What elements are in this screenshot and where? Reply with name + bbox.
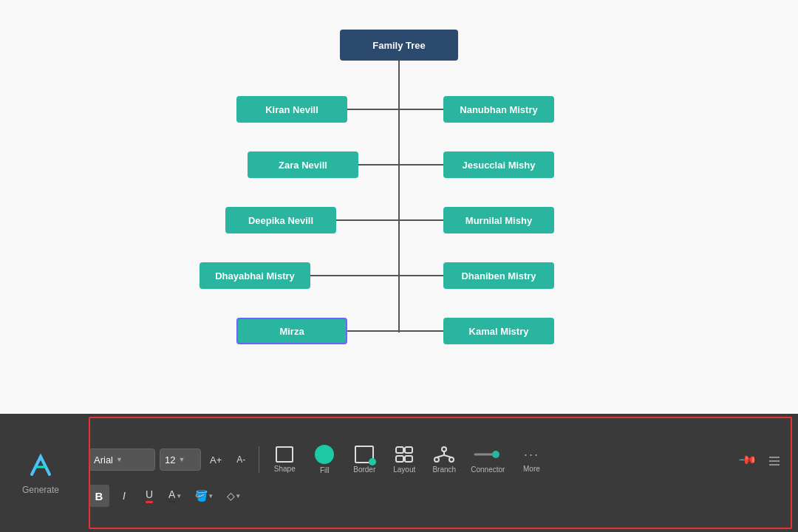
fill-tool-button[interactable]: Fill	[307, 439, 342, 480]
branch-icon	[433, 446, 455, 463]
pin-button[interactable]: 📌	[736, 449, 760, 471]
border-icon	[355, 446, 374, 463]
shape-icon	[276, 446, 293, 463]
toolbar-area: Generate Arial ▼ 12 ▼ A+ A-	[0, 414, 798, 532]
border-tool-button[interactable]: Border	[347, 439, 382, 480]
canvas-area: Family Tree Kiran Nevill Zara Nevill Dee…	[0, 0, 798, 414]
node-right-5[interactable]: Kamal Mistry	[443, 318, 554, 344]
toolbar-row-2: B I U A ▼	[89, 485, 785, 507]
fill-color-chevron: ▼	[208, 493, 214, 499]
svg-point-17	[434, 457, 439, 462]
bucket-icon: 🪣	[195, 490, 208, 502]
toolbar-inner: Arial ▼ 12 ▼ A+ A- Shape	[83, 432, 791, 514]
node-right-2[interactable]: Jesucclai Mishy	[443, 151, 554, 178]
node-right-3[interactable]: Murnilal Mishy	[443, 207, 554, 233]
resize-icon	[769, 454, 780, 466]
tree-connectors	[140, 15, 658, 399]
svg-rect-15	[405, 456, 412, 462]
font-size-select[interactable]: 12 ▼	[160, 449, 201, 471]
node-right-4[interactable]: Dhaniben Mistry	[443, 262, 554, 289]
svg-line-21	[444, 455, 451, 457]
svg-point-16	[442, 447, 446, 451]
font-color-bar	[168, 501, 175, 503]
font-family-chevron: ▼	[116, 456, 123, 463]
svg-point-23	[492, 451, 499, 458]
node-left-2[interactable]: Zara Nevill	[248, 151, 358, 178]
layout-tool-button[interactable]: Layout	[386, 439, 422, 480]
underline-color-bar	[146, 501, 153, 503]
node-left-4[interactable]: Dhayabhai Mistry	[200, 262, 310, 289]
fill-icon	[315, 445, 334, 464]
generate-label: Generate	[22, 485, 59, 495]
underline-button[interactable]: U	[139, 485, 160, 507]
font-size-decrease-button[interactable]: A-	[231, 449, 251, 471]
fill-color-button[interactable]: 🪣 ▼	[191, 485, 218, 507]
divider-1	[259, 446, 259, 473]
svg-rect-14	[396, 456, 403, 462]
font-color-chevron: ▼	[176, 493, 182, 499]
node-root[interactable]: Family Tree	[340, 30, 458, 61]
eraser-icon: ◇	[227, 490, 235, 502]
svg-point-18	[449, 457, 454, 462]
connector-icon	[474, 446, 502, 463]
node-right-1[interactable]: Nanubhan Mistry	[443, 96, 554, 123]
app-logo	[26, 451, 55, 480]
eraser-button[interactable]: ◇ ▼	[222, 485, 245, 507]
tree-container: Family Tree Kiran Nevill Zara Nevill Dee…	[140, 15, 658, 399]
eraser-chevron: ▼	[235, 493, 241, 499]
layout-icon	[395, 446, 414, 463]
font-size-chevron: ▼	[178, 456, 185, 463]
italic-button[interactable]: I	[114, 485, 134, 507]
bold-button[interactable]: B	[89, 485, 109, 507]
svg-rect-13	[405, 447, 412, 453]
svg-rect-12	[396, 447, 403, 453]
resize-button[interactable]	[764, 449, 785, 471]
generate-section: Generate	[7, 421, 74, 525]
svg-line-20	[437, 455, 444, 457]
font-family-select[interactable]: Arial ▼	[89, 449, 155, 471]
node-left-3[interactable]: Deepika Nevill	[225, 207, 336, 233]
font-color-button[interactable]: A ▼	[164, 485, 186, 507]
node-left-1[interactable]: Kiran Nevill	[236, 96, 347, 123]
node-left-5[interactable]: Mirza	[236, 318, 347, 344]
connector-tool-button[interactable]: Connector	[466, 439, 509, 480]
more-tool-button[interactable]: ··· More	[514, 439, 549, 480]
font-size-increase-button[interactable]: A+	[205, 449, 226, 471]
branch-tool-button[interactable]: Branch	[426, 439, 462, 480]
toolbar-row-1: Arial ▼ 12 ▼ A+ A- Shape	[89, 439, 785, 480]
pin-icon: 📌	[737, 449, 758, 470]
more-icon: ···	[524, 447, 539, 463]
shape-tool-button[interactable]: Shape	[267, 439, 302, 480]
